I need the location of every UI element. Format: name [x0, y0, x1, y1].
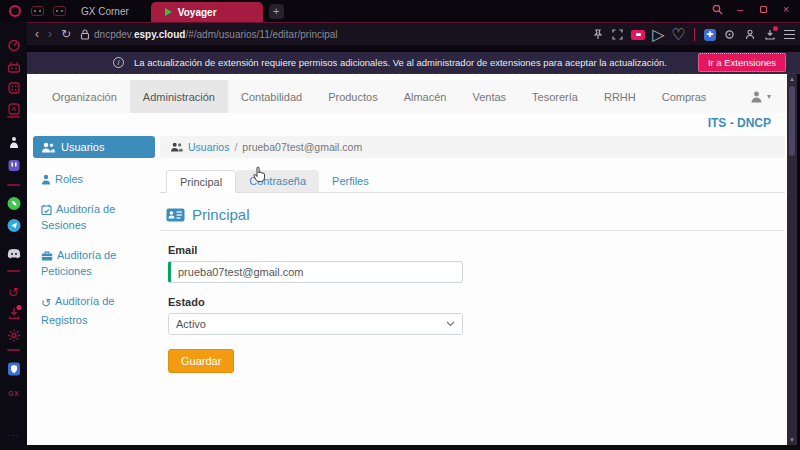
breadcrumb-current: prueba07test@gmail.com — [242, 141, 362, 153]
reload-button[interactable]: ↻ — [61, 27, 71, 41]
id-card-icon — [166, 208, 185, 222]
sidebar-item-auditoria-registros[interactable]: ↺Auditoría de Registros — [33, 293, 155, 329]
gx-sidebar: ↺ GX ··· — [0, 22, 27, 445]
toolbar-separator — [694, 28, 695, 41]
calendar-check-icon — [41, 204, 52, 215]
url-prefix: dncpdev. — [94, 29, 134, 40]
nav-item-ventas[interactable]: Ventas — [459, 80, 519, 113]
maximize-icon — [760, 6, 767, 13]
scroll-down-icon[interactable]: ▼ — [787, 435, 797, 445]
opera-gx-logo[interactable] — [9, 5, 21, 17]
vpn-badge-icon[interactable] — [631, 30, 645, 40]
tab-strip: GX Corner Voyager + – × — [0, 0, 800, 22]
rail-overflow-icon[interactable]: ··· — [8, 430, 20, 440]
scrollbar-thumb[interactable] — [789, 86, 795, 156]
mods-icon[interactable] — [8, 82, 20, 94]
nav-item-administracion[interactable]: Administración — [130, 80, 228, 113]
gx-control-icon[interactable] — [7, 39, 20, 52]
easy-setup-icon[interactable] — [723, 28, 736, 41]
breadcrumb-separator: / — [234, 141, 237, 153]
tab-contrasena[interactable]: Contraseña — [236, 170, 319, 192]
tab-voyager[interactable]: Voyager — [151, 2, 263, 22]
extension-icon[interactable]: ✚ — [704, 29, 716, 41]
go-to-extensions-button[interactable]: Ir a Extensiones — [698, 53, 786, 72]
url-bar[interactable]: dncpdev.espy.cloud/#/adm/usuarios/11/edi… — [94, 29, 337, 40]
section-heading: Principal — [160, 206, 785, 231]
sidebar-item-usuarios[interactable]: Usuarios — [33, 136, 155, 158]
user-menu[interactable]: ▾ — [750, 80, 771, 113]
window-controls: – × — [711, 3, 792, 15]
menu-icon[interactable] — [783, 28, 796, 41]
nav-item-contabilidad[interactable]: Contabilidad — [228, 80, 315, 113]
tab-perfiles[interactable]: Perfiles — [319, 170, 382, 192]
email-label: Email — [168, 244, 785, 256]
info-icon: i — [113, 57, 124, 68]
minimize-button[interactable]: – — [734, 3, 746, 15]
nav-item-almacen[interactable]: Almacén — [391, 80, 460, 113]
discord-icon[interactable] — [7, 249, 21, 259]
address-toolbar: ‹ › ↻ dncpdev.espy.cloud/#/adm/usuarios/… — [27, 22, 800, 45]
nav-item-compras[interactable]: Compras — [649, 80, 720, 113]
nav-item-rrhh[interactable]: RRHH — [591, 80, 649, 113]
url-domain: espy.cloud — [134, 29, 186, 40]
edit-user-form: Email Estado Activo Guardar — [160, 244, 785, 373]
telegram-icon[interactable] — [7, 219, 20, 232]
sidebar-item-auditoria-peticiones[interactable]: Auditoría de Peticiones — [33, 247, 155, 280]
gx-store-icon[interactable] — [8, 103, 20, 115]
nav-item-productos[interactable]: Productos — [315, 80, 391, 113]
url-path: /#/adm/usuarios/11/editar/principal — [185, 29, 337, 40]
sidebar-item-label: Usuarios — [61, 141, 104, 153]
extension-notification-bar: i La actualización de extensión requiere… — [27, 52, 800, 74]
pin-icon[interactable] — [591, 28, 604, 41]
search-icon[interactable] — [711, 3, 723, 15]
history-icon: ↺ — [41, 296, 51, 310]
sidebar-item-auditoria-sesiones[interactable]: Auditoría de Sesiones — [33, 201, 155, 234]
nav-item-tesoreria[interactable]: Tesorería — [519, 80, 591, 113]
email-field[interactable] — [168, 261, 463, 283]
section-title: Principal — [192, 206, 250, 223]
gx-corner-icon[interactable] — [7, 61, 20, 73]
rail-downloads-icon[interactable] — [8, 307, 19, 319]
page-scrollbar[interactable]: ▲ ▼ — [787, 74, 797, 445]
twitch-icon[interactable] — [7, 159, 20, 172]
tab-label: Voyager — [178, 7, 217, 18]
new-tab-button[interactable]: + — [269, 4, 284, 19]
estado-select[interactable]: Activo — [168, 313, 463, 335]
scroll-up-icon[interactable]: ▲ — [787, 74, 797, 84]
browser-window: GX Corner Voyager + – × ‹ › ↻ dncpdev.es… — [0, 0, 800, 450]
toolbar-actions: ▷ ♡ ✚ — [591, 23, 796, 46]
gx-corner-tab-icon — [53, 6, 66, 16]
player-icon[interactable] — [8, 136, 20, 149]
rail-separator — [7, 270, 20, 272]
close-button[interactable]: × — [780, 3, 792, 15]
breadcrumb-root-link[interactable]: Usuarios — [188, 141, 229, 153]
whatsapp-icon[interactable] — [7, 197, 20, 210]
send-to-player-icon[interactable]: ▷ — [652, 28, 665, 41]
rail-separator — [7, 349, 20, 351]
history-icon[interactable]: ↺ — [8, 285, 19, 300]
maximize-button[interactable] — [757, 3, 769, 15]
user-icon — [750, 90, 763, 103]
downloads-icon[interactable] — [763, 28, 776, 41]
notification-message: La actualización de extensión requiere p… — [134, 57, 698, 68]
snapshot-icon[interactable] — [611, 28, 624, 41]
extension-shield-icon[interactable] — [7, 362, 20, 376]
gx-logo: GX — [8, 390, 19, 397]
users-icon — [170, 142, 183, 152]
users-icon — [41, 142, 55, 153]
nav-item-organizacion[interactable]: Organización — [39, 80, 130, 113]
forward-button[interactable]: › — [48, 27, 52, 41]
save-button[interactable]: Guardar — [168, 349, 234, 373]
briefcase-icon — [41, 251, 53, 261]
app-brand: ITS - DNCP — [708, 116, 771, 130]
settings-gear-icon[interactable] — [7, 329, 20, 342]
lock-icon[interactable] — [80, 29, 90, 40]
profile-icon[interactable] — [743, 28, 756, 41]
tab-gx-corner[interactable]: GX Corner — [53, 6, 129, 17]
back-button[interactable]: ‹ — [35, 27, 39, 41]
bookmark-heart-icon[interactable]: ♡ — [672, 28, 685, 41]
pinned-tab-icon[interactable] — [31, 6, 44, 16]
sidebar-item-label: Auditoría de Sesiones — [41, 203, 115, 232]
sidebar-item-roles[interactable]: Roles — [33, 171, 155, 188]
tab-principal[interactable]: Principal — [166, 170, 236, 193]
